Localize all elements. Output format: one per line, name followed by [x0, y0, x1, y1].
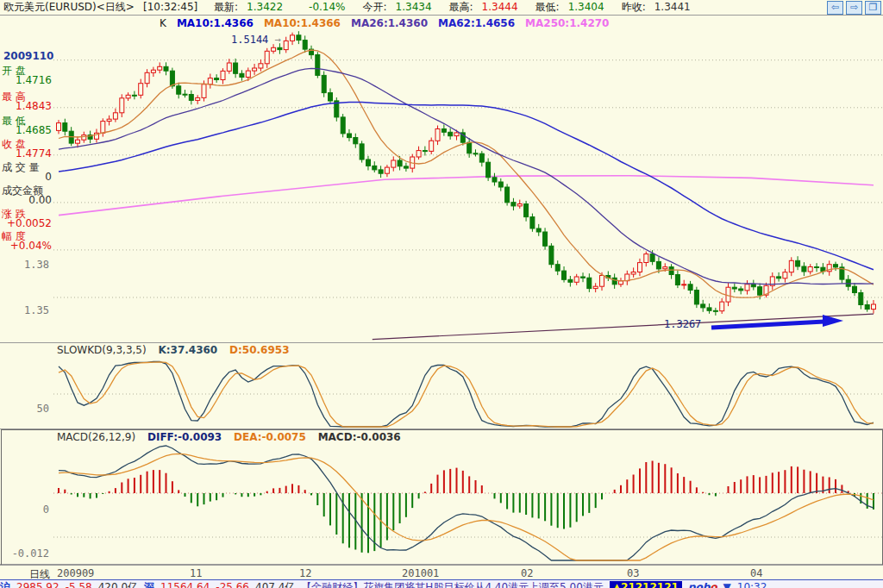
quote-row-value: 1.4774 — [2, 147, 52, 160]
time-axis-tick: 04 — [750, 567, 762, 579]
quote-fields: 最新:1.3422-0.14%今开:1.3434最高:1.3444最低:1.34… — [214, 0, 708, 15]
sz-index-volume: 407.4亿 — [255, 581, 295, 588]
pane-divider-2 — [0, 428, 883, 429]
quote-field: 最高:1.3444 — [449, 1, 527, 13]
sh-index-label: 沪 — [0, 581, 10, 588]
scroll-down-icon[interactable]: ▼ — [723, 581, 731, 588]
time-axis-tick: 200909 — [57, 567, 94, 579]
quote-date: 20091102 — [3, 50, 61, 62]
axis-label: 1.35 — [24, 304, 49, 316]
quote-row-value: 1.4716 — [2, 74, 52, 86]
quote-field: 最新:1.3422 — [214, 1, 291, 13]
windows-button[interactable]: ❐ — [865, 1, 881, 15]
ticker-badge: ▲21212121 — [610, 581, 682, 588]
candlestick-chart-pane[interactable] — [53, 16, 883, 342]
quote-field: 昨收:1.3441 — [622, 1, 699, 13]
status-bar: 沪2985.92-5.58420.0亿深11564.64-25.66407.4亿… — [0, 579, 883, 588]
sh-index-change: -5.58 — [66, 581, 92, 588]
peak-price-annotation: 1.5144 → — [231, 34, 281, 46]
time-axis-tick: 11 — [190, 567, 202, 579]
forward-button[interactable]: ⇨ — [846, 1, 862, 15]
ma-header-k: K — [160, 17, 166, 29]
slowkd-d-value: D:50.6953 — [229, 344, 289, 356]
quote-time: [10:32:45] — [143, 0, 197, 15]
time-axis: 日线 2009091112201001020304 — [0, 565, 883, 580]
slowkd-header: SLOWKD(9,3,3,5) K:37.4360 D:50.6953 — [57, 344, 297, 356]
news-marquee[interactable]: 【金融财经】花旗集团将其H股目标价从4.40港元上调至5.00港元 — [301, 581, 603, 588]
ma-header-item: MA10:1.4366 — [177, 17, 254, 29]
ma-header: KMA10:1.4366MA10:1.4366MA26:1.4360MA62:1… — [160, 17, 629, 29]
peak-arrow-icon: → — [275, 34, 281, 46]
quote-row-value: 1.4685 — [2, 124, 52, 136]
macd-title: MACD(26,12,9) — [57, 431, 135, 443]
sz-index-change: -25.66 — [216, 581, 249, 588]
macd-diff-value: DIFF:-0.0093 — [147, 431, 222, 443]
time-axis-tick: 12 — [299, 567, 311, 579]
clock: 10:32 — [737, 581, 767, 588]
axis-label: 0 — [43, 504, 49, 516]
sz-index-label: 深 — [144, 581, 154, 588]
macd-indicator-pane[interactable] — [53, 429, 883, 564]
quote-sidebar: 20091102 开 盘1.4716最 高1.4843最 低1.4685收 盘1… — [0, 16, 53, 579]
quote-row-value: 0 — [2, 171, 52, 183]
macd-dea-value: DEA:-0.0075 — [234, 431, 306, 443]
pobo-logo: pobo — [688, 581, 717, 588]
trading-app-window: 欧元美元(EURUSD)<日线> [10:32:45] 最新:1.3422-0.… — [0, 0, 883, 588]
quote-row-value: +0.04% — [2, 240, 52, 252]
sh-index-value: 2985.92 — [16, 581, 59, 588]
macd-header: MACD(26,12,9) DIFF:-0.0093 DEA:-0.0075 M… — [57, 431, 410, 443]
axis-label: -0.012 — [12, 547, 49, 560]
axis-label: 1.38 — [24, 259, 49, 271]
ma-header-item: MA62:1.4656 — [438, 17, 515, 29]
titlebar-buttons: ⇦⇨❐ — [827, 1, 881, 15]
slowkd-k-value: K:37.4360 — [158, 344, 217, 356]
quote-field: 今开:1.3434 — [363, 1, 441, 13]
back-button[interactable]: ⇦ — [827, 1, 843, 15]
ma-header-item: MA10:1.4366 — [264, 17, 341, 29]
support-price-annotation: 1.3267 — [664, 318, 701, 330]
quote-field: 最低:1.3404 — [535, 1, 613, 13]
symbol-title: 欧元美元(EURUSD)<日线> — [3, 0, 135, 15]
title-bar: 欧元美元(EURUSD)<日线> [10:32:45] 最新:1.3422-0.… — [0, 0, 883, 16]
time-axis-tick: 03 — [627, 567, 639, 579]
quote-row-value: 0.00 — [2, 194, 52, 206]
quote-row-value: 1.4843 — [2, 100, 52, 112]
slowkd-title: SLOWKD(9,3,3,5) — [57, 344, 147, 356]
macd-macd-value: MACD:-0.0036 — [318, 431, 401, 443]
sz-index-value: 11564.64 — [160, 581, 210, 588]
quote-row-value: +0.0052 — [2, 217, 52, 229]
ma-header-item: MA26:1.4360 — [351, 17, 428, 29]
ma-header-item: MA250:1.4270 — [525, 17, 609, 29]
axis-label: 50 — [37, 403, 49, 415]
pane-divider-1 — [0, 342, 883, 343]
sh-index-volume: 420.0亿 — [98, 581, 138, 588]
time-axis-tick: 201001 — [402, 567, 439, 579]
time-axis-tick: 02 — [521, 567, 533, 579]
quote-field: -0.14% — [300, 1, 354, 13]
